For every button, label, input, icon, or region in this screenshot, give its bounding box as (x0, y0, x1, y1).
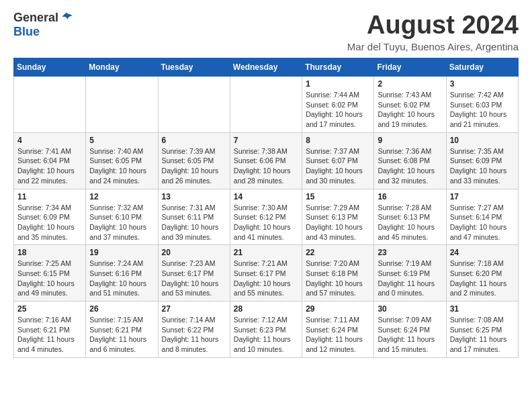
day-number: 28 (234, 304, 298, 314)
calendar-cell: 27Sunrise: 7:14 AM Sunset: 6:22 PM Dayli… (158, 302, 230, 358)
weekday-header-friday: Friday (374, 58, 446, 77)
day-number: 4 (17, 136, 82, 145)
calendar-cell: 19Sunrise: 7:24 AM Sunset: 6:16 PM Dayli… (86, 245, 158, 302)
day-number: 31 (450, 304, 515, 314)
calendar-cell: 26Sunrise: 7:15 AM Sunset: 6:21 PM Dayli… (86, 302, 158, 358)
title-area: August 2024 Mar del Tuyu, Buenos Aires, … (347, 11, 519, 52)
day-info: Sunrise: 7:39 AM Sunset: 6:05 PM Dayligh… (162, 146, 226, 186)
logo-icon (60, 11, 73, 25)
day-number: 2 (378, 79, 442, 89)
calendar-cell: 2Sunrise: 7:43 AM Sunset: 6:02 PM Daylig… (374, 77, 446, 133)
logo-blue: Blue (13, 25, 40, 39)
calendar-cell: 20Sunrise: 7:23 AM Sunset: 6:17 PM Dayli… (158, 245, 230, 302)
day-info: Sunrise: 7:18 AM Sunset: 6:20 PM Dayligh… (450, 259, 515, 298)
weekday-header-monday: Monday (86, 58, 158, 77)
day-info: Sunrise: 7:27 AM Sunset: 6:14 PM Dayligh… (450, 203, 515, 242)
day-info: Sunrise: 7:31 AM Sunset: 6:11 PM Dayligh… (162, 203, 226, 242)
week-row-3: 11Sunrise: 7:34 AM Sunset: 6:09 PM Dayli… (14, 189, 519, 245)
week-row-4: 18Sunrise: 7:25 AM Sunset: 6:15 PM Dayli… (14, 245, 519, 302)
calendar-cell: 12Sunrise: 7:32 AM Sunset: 6:10 PM Dayli… (86, 189, 158, 245)
day-info: Sunrise: 7:30 AM Sunset: 6:12 PM Dayligh… (234, 203, 298, 242)
calendar-table: SundayMondayTuesdayWednesdayThursdayFrid… (13, 58, 519, 358)
day-info: Sunrise: 7:20 AM Sunset: 6:18 PM Dayligh… (306, 259, 370, 298)
day-number: 20 (162, 248, 226, 257)
day-info: Sunrise: 7:36 AM Sunset: 6:08 PM Dayligh… (378, 146, 442, 186)
calendar-cell (14, 77, 86, 133)
calendar-cell: 16Sunrise: 7:28 AM Sunset: 6:13 PM Dayli… (374, 189, 446, 245)
day-info: Sunrise: 7:16 AM Sunset: 6:21 PM Dayligh… (17, 315, 82, 355)
day-info: Sunrise: 7:38 AM Sunset: 6:06 PM Dayligh… (234, 146, 298, 186)
day-number: 23 (378, 248, 442, 257)
day-info: Sunrise: 7:14 AM Sunset: 6:22 PM Dayligh… (162, 315, 226, 355)
location-subtitle: Mar del Tuyu, Buenos Aires, Argentina (347, 41, 519, 52)
calendar-cell: 31Sunrise: 7:08 AM Sunset: 6:25 PM Dayli… (446, 302, 518, 358)
day-info: Sunrise: 7:21 AM Sunset: 6:17 PM Dayligh… (234, 259, 298, 298)
month-year-title: August 2024 (347, 11, 519, 40)
day-number: 29 (306, 304, 370, 314)
day-number: 30 (378, 304, 442, 314)
day-number: 6 (162, 136, 226, 145)
week-row-2: 4Sunrise: 7:41 AM Sunset: 6:04 PM Daylig… (14, 132, 519, 189)
day-number: 24 (450, 248, 515, 257)
weekday-header-saturday: Saturday (446, 58, 518, 77)
weekday-header-row: SundayMondayTuesdayWednesdayThursdayFrid… (14, 58, 519, 77)
header: General Blue August 2024 Mar del Tuyu, B… (13, 11, 519, 52)
day-number: 7 (234, 136, 298, 145)
day-info: Sunrise: 7:42 AM Sunset: 6:03 PM Dayligh… (450, 90, 515, 130)
day-number: 19 (89, 248, 154, 257)
weekday-header-tuesday: Tuesday (158, 58, 230, 77)
day-number: 11 (17, 192, 82, 201)
weekday-header-wednesday: Wednesday (230, 58, 302, 77)
calendar-cell: 7Sunrise: 7:38 AM Sunset: 6:06 PM Daylig… (230, 132, 302, 189)
weekday-header-sunday: Sunday (14, 58, 86, 77)
day-number: 26 (89, 304, 154, 314)
calendar-cell: 23Sunrise: 7:19 AM Sunset: 6:19 PM Dayli… (374, 245, 446, 302)
day-info: Sunrise: 7:09 AM Sunset: 6:24 PM Dayligh… (378, 315, 442, 355)
calendar-cell: 1Sunrise: 7:44 AM Sunset: 6:02 PM Daylig… (302, 77, 374, 133)
calendar-cell: 17Sunrise: 7:27 AM Sunset: 6:14 PM Dayli… (446, 189, 518, 245)
day-number: 10 (450, 136, 515, 145)
calendar-cell (230, 77, 302, 133)
calendar-cell: 25Sunrise: 7:16 AM Sunset: 6:21 PM Dayli… (14, 302, 86, 358)
day-info: Sunrise: 7:43 AM Sunset: 6:02 PM Dayligh… (378, 90, 442, 130)
day-number: 17 (450, 192, 515, 201)
day-number: 13 (162, 192, 226, 201)
day-info: Sunrise: 7:41 AM Sunset: 6:04 PM Dayligh… (17, 146, 82, 186)
calendar-cell: 5Sunrise: 7:40 AM Sunset: 6:05 PM Daylig… (86, 132, 158, 189)
day-number: 12 (89, 192, 154, 201)
calendar-cell: 24Sunrise: 7:18 AM Sunset: 6:20 PM Dayli… (446, 245, 518, 302)
weekday-header-thursday: Thursday (302, 58, 374, 77)
day-number: 21 (234, 248, 298, 257)
day-info: Sunrise: 7:44 AM Sunset: 6:02 PM Dayligh… (306, 90, 370, 130)
day-number: 16 (378, 192, 442, 201)
day-info: Sunrise: 7:15 AM Sunset: 6:21 PM Dayligh… (89, 315, 154, 355)
calendar-cell: 15Sunrise: 7:29 AM Sunset: 6:13 PM Dayli… (302, 189, 374, 245)
calendar-cell: 18Sunrise: 7:25 AM Sunset: 6:15 PM Dayli… (14, 245, 86, 302)
calendar-cell: 30Sunrise: 7:09 AM Sunset: 6:24 PM Dayli… (374, 302, 446, 358)
day-info: Sunrise: 7:25 AM Sunset: 6:15 PM Dayligh… (17, 259, 82, 298)
day-info: Sunrise: 7:34 AM Sunset: 6:09 PM Dayligh… (17, 203, 82, 242)
day-info: Sunrise: 7:35 AM Sunset: 6:09 PM Dayligh… (450, 146, 515, 186)
calendar-cell: 10Sunrise: 7:35 AM Sunset: 6:09 PM Dayli… (446, 132, 518, 189)
week-row-5: 25Sunrise: 7:16 AM Sunset: 6:21 PM Dayli… (14, 302, 519, 358)
day-info: Sunrise: 7:24 AM Sunset: 6:16 PM Dayligh… (89, 259, 154, 298)
logo-general: General (13, 11, 58, 25)
day-number: 8 (306, 136, 370, 145)
week-row-1: 1Sunrise: 7:44 AM Sunset: 6:02 PM Daylig… (14, 77, 519, 133)
calendar-cell: 13Sunrise: 7:31 AM Sunset: 6:11 PM Dayli… (158, 189, 230, 245)
day-info: Sunrise: 7:23 AM Sunset: 6:17 PM Dayligh… (162, 259, 226, 298)
calendar-cell (158, 77, 230, 133)
day-info: Sunrise: 7:08 AM Sunset: 6:25 PM Dayligh… (450, 315, 515, 355)
day-info: Sunrise: 7:29 AM Sunset: 6:13 PM Dayligh… (306, 203, 370, 242)
day-info: Sunrise: 7:32 AM Sunset: 6:10 PM Dayligh… (89, 203, 154, 242)
day-number: 15 (306, 192, 370, 201)
calendar-cell (86, 77, 158, 133)
day-info: Sunrise: 7:11 AM Sunset: 6:24 PM Dayligh… (306, 315, 370, 355)
calendar-cell: 11Sunrise: 7:34 AM Sunset: 6:09 PM Dayli… (14, 189, 86, 245)
calendar-cell: 8Sunrise: 7:37 AM Sunset: 6:07 PM Daylig… (302, 132, 374, 189)
day-info: Sunrise: 7:12 AM Sunset: 6:23 PM Dayligh… (234, 315, 298, 355)
day-number: 22 (306, 248, 370, 257)
calendar-cell: 29Sunrise: 7:11 AM Sunset: 6:24 PM Dayli… (302, 302, 374, 358)
calendar-cell: 22Sunrise: 7:20 AM Sunset: 6:18 PM Dayli… (302, 245, 374, 302)
day-number: 9 (378, 136, 442, 145)
